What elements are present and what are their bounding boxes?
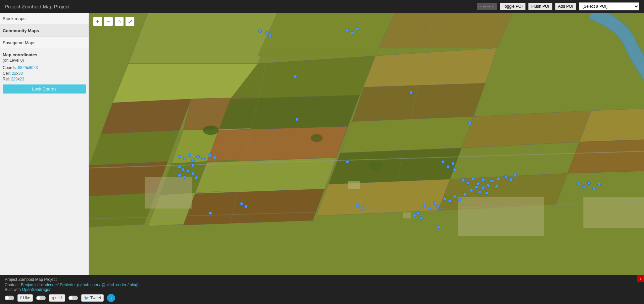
poi-marker[interactable] <box>582 185 586 189</box>
poi-marker[interactable] <box>195 176 198 179</box>
poi-marker[interactable] <box>451 162 455 165</box>
poi-marker[interactable] <box>240 202 243 205</box>
poi-marker[interactable] <box>188 154 191 157</box>
poi-marker[interactable] <box>587 181 591 185</box>
poi-marker[interactable] <box>592 187 596 190</box>
poi-marker[interactable] <box>597 183 601 186</box>
poi-marker[interactable] <box>191 164 195 167</box>
poi-marker[interactable] <box>178 165 181 169</box>
poi-marker[interactable] <box>409 91 413 94</box>
poi-marker[interactable] <box>470 189 473 192</box>
home-button[interactable]: ⌂ <box>114 17 124 26</box>
coords-y-link[interactable]: 9023 <box>29 65 38 70</box>
poi-marker[interactable] <box>346 160 349 164</box>
poi-marker[interactable] <box>356 27 359 31</box>
zoom-out-button[interactable]: − <box>104 17 113 26</box>
poi-marker[interactable] <box>490 179 493 183</box>
poi-marker[interactable] <box>461 179 465 182</box>
poi-marker[interactable] <box>437 226 440 229</box>
poi-marker[interactable] <box>191 172 195 175</box>
poi-marker[interactable] <box>361 206 364 210</box>
poi-marker[interactable] <box>453 195 456 198</box>
poi-marker[interactable] <box>497 177 500 180</box>
poi-marker[interactable] <box>416 211 419 215</box>
poi-marker[interactable] <box>295 118 299 121</box>
footer-contact-link[interactable]: Benjamin 'blindcoder' Schieder ( <box>21 283 78 287</box>
poi-marker[interactable] <box>463 193 466 196</box>
poi-marker[interactable] <box>513 174 517 177</box>
poi-marker[interactable] <box>268 34 272 37</box>
poi-marker[interactable] <box>436 205 440 209</box>
poi-marker[interactable] <box>482 178 485 181</box>
poi-select[interactable]: [Select a POI] <box>579 2 639 10</box>
poi-marker[interactable] <box>433 201 436 205</box>
poi-marker[interactable] <box>482 186 485 189</box>
sidebar-item-savegame-maps[interactable]: Savegame Maps <box>0 37 89 49</box>
poi-marker[interactable] <box>443 197 446 200</box>
twitter-tweet-button[interactable]: 🐦 Tweet <box>81 294 104 302</box>
rel-y-link[interactable]: 23 <box>20 77 24 81</box>
facebook-toggle[interactable] <box>5 296 14 300</box>
poi-marker[interactable] <box>423 204 426 207</box>
toggle-poi-button[interactable]: Toggle POI <box>500 3 526 10</box>
poi-marker[interactable] <box>441 160 445 164</box>
sidebar-item-stock-maps[interactable]: Stock maps <box>0 13 89 25</box>
cell-y-link[interactable]: 30 <box>18 71 23 76</box>
footer-twitter-link[interactable]: @blind_coder <box>101 283 126 287</box>
poi-marker[interactable] <box>244 205 248 208</box>
poi-marker[interactable] <box>448 199 451 203</box>
poi-marker[interactable] <box>477 182 480 185</box>
poi-marker[interactable] <box>504 175 508 179</box>
poi-marker[interactable] <box>191 159 195 162</box>
rel-x-link[interactable]: 229 <box>11 77 18 81</box>
gplus-button[interactable]: g+ +1 <box>49 294 65 302</box>
facebook-like-button[interactable]: f Like <box>17 294 33 302</box>
poi-marker[interactable] <box>209 211 212 215</box>
twitter-toggle[interactable] <box>68 296 78 300</box>
poi-marker[interactable] <box>446 165 450 169</box>
poi-marker[interactable] <box>478 190 482 194</box>
poi-marker[interactable] <box>453 168 456 171</box>
poi-marker[interactable] <box>472 177 475 180</box>
sidebar-item-community-maps[interactable]: Community Maps <box>0 25 89 37</box>
poi-marker[interactable] <box>577 182 581 185</box>
footer-openseadragon-link[interactable]: OpenSeadragon <box>22 287 51 292</box>
poi-marker[interactable] <box>413 214 416 217</box>
poi-marker[interactable] <box>346 29 349 32</box>
map-container[interactable]: + − ⌂ ⤢ <box>89 13 644 275</box>
footer-blog-link[interactable]: blog <box>130 283 137 287</box>
poi-marker[interactable] <box>208 154 211 157</box>
poi-marker[interactable] <box>178 155 181 159</box>
poi-marker[interactable] <box>183 175 186 179</box>
poi-marker[interactable] <box>428 206 431 210</box>
poi-marker[interactable] <box>495 185 498 188</box>
lock-coords-button[interactable]: Lock Coords <box>3 84 86 94</box>
poi-marker[interactable] <box>485 191 488 195</box>
coords-x-link[interactable]: 6829 <box>18 65 27 70</box>
poi-marker[interactable] <box>458 198 461 201</box>
poi-marker[interactable] <box>178 174 181 177</box>
footer-github-link[interactable]: github.com <box>78 283 98 287</box>
poi-marker[interactable] <box>196 155 200 159</box>
poi-marker[interactable] <box>201 157 205 160</box>
add-poi-button[interactable]: Add POI <box>555 3 576 10</box>
info-button[interactable]: i <box>107 294 115 302</box>
poi-marker[interactable] <box>466 181 470 185</box>
flush-poi-button[interactable]: Flush POI <box>528 3 552 10</box>
poi-marker[interactable] <box>487 184 490 187</box>
poi-marker[interactable] <box>186 169 190 173</box>
poi-marker[interactable] <box>294 75 297 78</box>
poi-marker[interactable] <box>419 216 423 220</box>
poi-marker[interactable] <box>265 31 268 35</box>
poi-marker[interactable] <box>356 204 359 207</box>
footer-close-button[interactable]: x <box>637 275 644 282</box>
gplus-toggle[interactable] <box>36 296 46 300</box>
poi-marker[interactable] <box>468 122 472 125</box>
poi-marker[interactable] <box>213 156 216 159</box>
poi-marker[interactable] <box>475 185 478 189</box>
poi-marker[interactable] <box>181 168 185 171</box>
cell-x-link[interactable]: 22 <box>12 71 16 76</box>
poi-marker[interactable] <box>258 29 262 33</box>
poi-marker[interactable] <box>183 157 186 160</box>
fullscreen-button[interactable]: ⤢ <box>125 17 135 26</box>
